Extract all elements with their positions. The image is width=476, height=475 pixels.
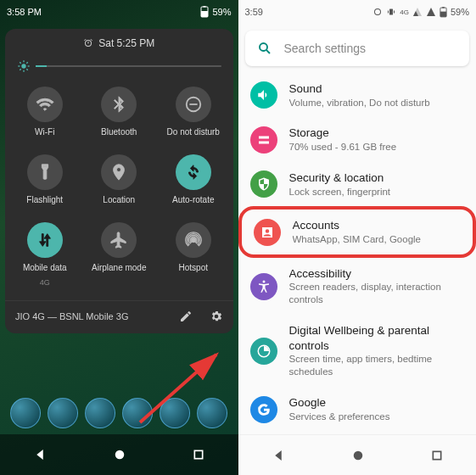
- settings-item-sound[interactable]: SoundVolume, vibration, Do not disturb: [238, 73, 477, 117]
- svg-line-25: [266, 50, 269, 53]
- brightness-slider[interactable]: [5, 54, 233, 75]
- settings-gear-icon[interactable]: [210, 310, 223, 323]
- settings-item-storage[interactable]: Storage70% used - 9.61 GB free: [238, 117, 477, 161]
- qs-tile-hotspot[interactable]: Hotspot: [157, 217, 230, 292]
- qs-tiles-grid: Wi-FiBluetoothDo not disturbFlashlightLo…: [5, 75, 233, 300]
- security-icon: [250, 170, 277, 198]
- qs-tile-autorotate[interactable]: Auto-rotate: [157, 149, 230, 210]
- qs-tile-bluetooth[interactable]: Bluetooth: [83, 81, 156, 142]
- settings-item-title: Accessibility: [289, 266, 465, 282]
- settings-item-text: Digital Wellbeing & parental controlsScr…: [289, 323, 465, 378]
- svg-point-26: [262, 280, 265, 282]
- airplane-icon: [101, 222, 137, 258]
- sound-icon: [250, 81, 277, 109]
- dock-app[interactable]: [85, 398, 115, 428]
- settings-item-title: Sound: [289, 81, 465, 97]
- recents-icon[interactable]: [430, 449, 444, 462]
- settings-item-google[interactable]: GoogleServices & preferences: [238, 387, 477, 431]
- svg-point-3: [21, 64, 25, 68]
- dnd-icon: [176, 87, 211, 122]
- bluetooth-icon: [101, 87, 137, 122]
- settings-item-title: Accounts: [293, 218, 462, 233]
- qs-tile-flashlight[interactable]: Flashlight: [8, 149, 81, 210]
- settings-item-sub: 70% used - 9.61 GB free: [289, 141, 465, 154]
- settings-item-title: Storage: [289, 126, 465, 141]
- settings-item-sub: Screen readers, display, interaction con…: [289, 281, 465, 306]
- vibrate-icon: [386, 7, 396, 17]
- settings-item-sub: Volume, vibration, Do not disturb: [289, 97, 465, 109]
- search-settings[interactable]: Search settings: [245, 31, 470, 66]
- settings-item-accounts[interactable]: AccountsWhatsApp, SIM Card, Google: [238, 206, 477, 257]
- status-bar: 3:59 4G 59%: [238, 0, 477, 24]
- google-icon: [250, 396, 277, 423]
- settings-item-accessibility[interactable]: AccessibilityScreen readers, display, in…: [238, 258, 477, 315]
- quick-settings-screenshot: 3:58 PM 59% Sat 5:25 PM Wi-FiBluetoothDo…: [0, 0, 238, 475]
- tile-sub: 4G: [40, 278, 50, 287]
- qs-time: Sat 5:25 PM: [98, 37, 154, 49]
- dock-app[interactable]: [197, 398, 227, 428]
- storage-icon: [250, 126, 277, 154]
- battery-pct: 59%: [451, 7, 469, 17]
- dock-app[interactable]: [160, 398, 190, 428]
- settings-item-sub: WhatsApp, SIM Card, Google: [293, 233, 462, 246]
- settings-item-sub: Lock screen, fingerprint: [289, 186, 465, 198]
- qs-tile-dnd[interactable]: Do not disturb: [157, 81, 230, 142]
- settings-item-text: Storage70% used - 9.61 GB free: [289, 126, 465, 153]
- tile-label: Bluetooth: [101, 127, 137, 137]
- svg-line-8: [20, 62, 20, 63]
- tile-label: Do not disturb: [167, 127, 220, 137]
- settings-item-text: AccessibilityScreen readers, display, in…: [289, 266, 465, 306]
- svg-rect-18: [389, 9, 393, 15]
- status-icons: 4G 59%: [372, 7, 469, 18]
- accounts-icon: [254, 219, 281, 246]
- nav-bar: [238, 434, 477, 475]
- quick-settings-panel: Sat 5:25 PM Wi-FiBluetoothDo not disturb…: [5, 29, 233, 333]
- settings-list: SoundVolume, vibration, Do not disturbSt…: [238, 73, 477, 475]
- qs-tile-location[interactable]: Location: [83, 149, 156, 210]
- dock-app[interactable]: [10, 398, 41, 428]
- alarm-icon: [372, 7, 383, 17]
- home-icon[interactable]: [112, 447, 127, 462]
- tile-label: Location: [103, 195, 135, 205]
- home-icon[interactable]: [350, 448, 366, 463]
- brightness-track[interactable]: [36, 65, 221, 67]
- settings-item-title: Google: [289, 395, 465, 411]
- svg-rect-31: [433, 451, 440, 459]
- wellbeing-icon: [250, 338, 277, 365]
- hotspot-icon: [176, 222, 211, 258]
- mobiledata-icon: [27, 222, 63, 258]
- settings-item-wellbeing[interactable]: Digital Wellbeing & parental controlsScr…: [238, 315, 477, 387]
- nav-bar: [0, 434, 238, 475]
- svg-point-30: [353, 450, 362, 460]
- flashlight-icon: [27, 154, 63, 190]
- settings-item-security[interactable]: Security & locationLock screen, fingerpr…: [238, 162, 477, 206]
- svg-rect-16: [195, 450, 203, 458]
- edit-icon[interactable]: [179, 310, 193, 323]
- home-dock: [0, 392, 238, 434]
- dock-app[interactable]: [48, 398, 78, 428]
- search-placeholder: Search settings: [284, 42, 367, 55]
- autorotate-icon: [176, 154, 211, 190]
- settings-item-text: SoundVolume, vibration, Do not disturb: [289, 81, 465, 109]
- status-time: 3:58 PM: [7, 7, 42, 17]
- dock-app[interactable]: [122, 398, 153, 428]
- battery-pct: 59%: [212, 7, 231, 17]
- qs-tile-wifi[interactable]: Wi-Fi: [8, 81, 81, 142]
- settings-item-title: Security & location: [289, 170, 465, 186]
- svg-rect-2: [204, 6, 206, 8]
- svg-point-15: [115, 450, 125, 460]
- svg-line-9: [26, 69, 27, 70]
- status-icons: 59%: [200, 6, 231, 18]
- settings-screenshot: 3:59 4G 59% Search settings SoundVolume,…: [238, 0, 477, 475]
- back-icon[interactable]: [271, 448, 286, 463]
- brightness-icon: [17, 59, 31, 73]
- settings-item-title: Digital Wellbeing & parental controls: [289, 323, 465, 353]
- settings-item-sub: Screen time, app timers, bedtime schedul…: [289, 353, 465, 378]
- recents-icon[interactable]: [192, 448, 205, 461]
- signal-icon: [426, 7, 436, 17]
- qs-tile-airplane[interactable]: Airplane mode: [83, 217, 156, 292]
- back-icon[interactable]: [32, 447, 48, 462]
- qs-tile-mobiledata[interactable]: Mobile data4G: [8, 217, 81, 292]
- qs-footer: JIO 4G — BSNL Mobile 3G: [5, 300, 233, 332]
- tile-label: Airplane mode: [92, 263, 146, 273]
